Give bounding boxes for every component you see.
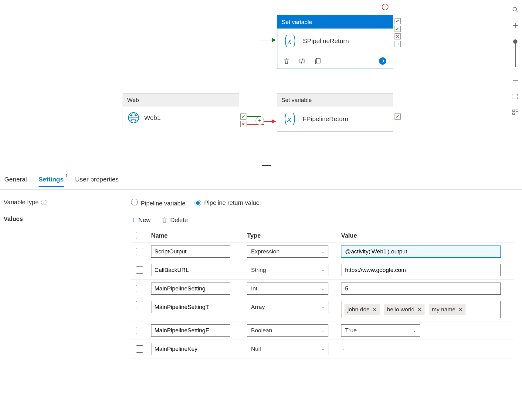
trash-icon[interactable] — [283, 58, 290, 64]
globe-icon — [128, 112, 139, 124]
values-grid: Name Type Value Expression⌄ — [131, 229, 514, 358]
row-checkbox[interactable] — [136, 301, 143, 308]
zoom-slider[interactable] — [515, 39, 516, 67]
failure-handle-icon[interactable]: ✕ — [395, 33, 401, 39]
svg-rect-13 — [516, 110, 518, 111]
table-row: Array⌄ john doe✕ hello world✕ my name✕ — [131, 298, 514, 321]
activity-header: Set variable — [277, 16, 393, 29]
tab-general[interactable]: General — [4, 176, 27, 187]
error-badge: 1 — [66, 173, 68, 178]
activity-header: Set variable — [277, 94, 393, 107]
value-select[interactable]: True⌄ — [341, 324, 420, 337]
table-row: Null⌄ - — [131, 340, 514, 358]
completion-handle-icon[interactable]: ↶ — [395, 18, 401, 24]
close-icon[interactable]: ✕ — [459, 307, 463, 313]
radio-pipeline-return[interactable]: Pipeline return value — [195, 199, 259, 206]
row-checkbox[interactable] — [136, 266, 143, 274]
connector-handles-web1[interactable]: ✓ ✕ — [240, 113, 246, 127]
activity-name: Web1 — [144, 114, 161, 121]
close-icon[interactable]: ✕ — [418, 307, 422, 313]
value-input[interactable] — [341, 246, 501, 258]
connector-handles-setvar-s[interactable]: ↶ ✓ ✕ → — [395, 18, 401, 47]
name-input[interactable] — [151, 283, 230, 295]
validation-error-indicator[interactable] — [382, 4, 388, 10]
canvas-toolbar — [509, 6, 522, 116]
trash-icon — [162, 217, 167, 223]
zoom-in-icon[interactable] — [512, 22, 519, 29]
new-button[interactable]: +New — [131, 216, 151, 224]
connector-handles-setvar-f[interactable]: ✓ — [395, 113, 401, 120]
row-checkbox[interactable] — [136, 285, 143, 292]
activity-node-setvar-f[interactable]: Set variable x FPipelineReturn — [277, 93, 393, 132]
layout-icon[interactable] — [512, 109, 519, 116]
table-row: Boolean⌄ True⌄ — [131, 321, 514, 340]
copy-icon[interactable] — [314, 58, 321, 64]
column-header-type[interactable]: Type — [247, 232, 338, 239]
tab-bar: General Settings 1 User properties — [0, 169, 522, 190]
activity-node-web1[interactable]: Web Web1 — [123, 93, 239, 129]
delete-button[interactable]: Delete — [162, 217, 188, 224]
row-checkbox[interactable] — [136, 345, 143, 353]
table-row: String⌄ — [131, 261, 514, 279]
pipeline-canvas[interactable]: Web Web1 ✓ ✕ Set variable x SPipelineRet… — [0, 0, 522, 169]
svg-text:x: x — [287, 36, 292, 46]
activity-header: Web — [123, 94, 239, 107]
success-handle-icon[interactable]: ✓ — [240, 113, 246, 120]
type-select[interactable]: String⌄ — [247, 264, 328, 276]
success-handle-icon[interactable]: ✓ — [395, 26, 401, 32]
code-icon[interactable] — [298, 58, 306, 64]
row-checkbox[interactable] — [136, 248, 143, 255]
panel-resize-handle[interactable] — [262, 165, 271, 166]
variable-type-label: Variable type i — [4, 199, 131, 206]
success-handle-icon[interactable]: ✓ — [395, 113, 401, 120]
svg-rect-12 — [513, 110, 515, 111]
info-icon[interactable]: i — [41, 200, 46, 205]
row-checkbox[interactable] — [136, 327, 143, 334]
svg-rect-4 — [316, 58, 320, 63]
activity-node-setvar-s[interactable]: Set variable x SPipelineReturn — [277, 15, 393, 69]
array-value-input[interactable]: john doe✕ hello world✕ my name✕ — [341, 301, 501, 318]
search-icon[interactable] — [512, 6, 519, 13]
type-select[interactable]: Int⌄ — [247, 283, 328, 295]
value-input[interactable] — [341, 264, 501, 276]
name-input[interactable] — [151, 343, 230, 355]
close-icon[interactable]: ✕ — [373, 307, 377, 313]
tag-chip: hello world✕ — [384, 304, 425, 315]
tab-user-properties[interactable]: User properties — [75, 176, 119, 187]
table-row: Expression⌄ — [131, 242, 514, 261]
name-input[interactable] — [151, 264, 230, 276]
table-row: Int⌄ — [131, 279, 514, 298]
type-select[interactable]: Expression⌄ — [247, 246, 328, 258]
tab-settings[interactable]: Settings 1 — [39, 176, 64, 187]
zoom-out-icon[interactable] — [512, 77, 519, 84]
run-arrow-icon[interactable] — [379, 57, 387, 65]
variable-icon: x — [282, 34, 298, 48]
svg-line-8 — [516, 11, 518, 12]
name-input[interactable] — [151, 324, 230, 337]
svg-rect-14 — [513, 113, 515, 114]
failure-handle-icon[interactable]: ✕ — [240, 121, 246, 127]
svg-text:x: x — [287, 114, 291, 124]
fit-icon[interactable] — [512, 93, 519, 100]
name-input[interactable] — [151, 301, 230, 313]
column-header-name[interactable]: Name — [151, 232, 244, 239]
skip-handle-icon[interactable]: → — [395, 41, 401, 47]
column-header-value[interactable]: Value — [341, 232, 514, 239]
name-input[interactable] — [151, 246, 230, 258]
select-all-checkbox[interactable] — [136, 232, 143, 239]
properties-panel: General Settings 1 User properties Varia… — [0, 169, 522, 420]
radio-pipeline-variable[interactable]: Pipeline variable — [131, 199, 185, 207]
add-activity-button[interactable]: + — [256, 117, 264, 125]
activity-name: FPipelineReturn — [303, 115, 348, 123]
tag-chip: my name✕ — [429, 304, 466, 315]
svg-point-7 — [513, 7, 517, 11]
activity-name: SPipelineReturn — [303, 37, 349, 45]
variable-icon: x — [282, 112, 298, 126]
value-input[interactable] — [341, 283, 501, 295]
values-label: Values — [4, 215, 131, 222]
type-select[interactable]: Boolean⌄ — [247, 324, 328, 337]
type-select[interactable]: Null⌄ — [247, 343, 328, 355]
null-value: - — [341, 346, 344, 352]
tag-chip: john doe✕ — [344, 304, 380, 315]
type-select[interactable]: Array⌄ — [247, 301, 328, 313]
